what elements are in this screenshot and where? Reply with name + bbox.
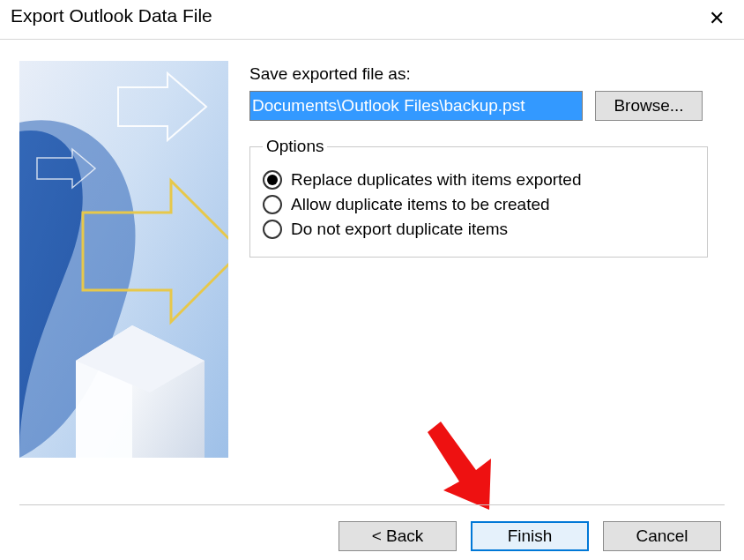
radio-icon xyxy=(263,170,282,190)
close-icon[interactable]: ✕ xyxy=(702,5,732,32)
file-path-row: Browse... xyxy=(249,91,725,121)
save-as-label: Save exported file as: xyxy=(249,64,725,84)
window-title: Export Outlook Data File xyxy=(11,5,212,26)
button-divider xyxy=(19,504,725,505)
option-allow-duplicates[interactable]: Allow duplicate items to be created xyxy=(263,195,695,214)
wizard-graphic xyxy=(19,61,228,458)
cancel-button[interactable]: Cancel xyxy=(603,521,721,551)
radio-icon xyxy=(263,195,282,214)
titlebar: Export Outlook Data File ✕ xyxy=(0,0,744,39)
radio-label: Allow duplicate items to be created xyxy=(291,195,550,214)
option-replace-duplicates[interactable]: Replace duplicates with items exported xyxy=(263,170,695,190)
radio-icon xyxy=(263,220,282,239)
finish-button[interactable]: Finish xyxy=(471,521,589,551)
button-bar: < Back Finish Cancel xyxy=(0,504,744,551)
radio-label: Replace duplicates with items exported xyxy=(291,170,582,190)
back-button[interactable]: < Back xyxy=(339,521,457,551)
button-row: < Back Finish Cancel xyxy=(19,521,725,551)
form-area: Save exported file as: Browse... Options… xyxy=(249,61,725,458)
dialog-body: Save exported file as: Browse... Options… xyxy=(0,40,744,458)
options-legend: Options xyxy=(263,137,327,156)
file-path-input[interactable] xyxy=(249,91,583,121)
option-no-duplicates[interactable]: Do not export duplicate items xyxy=(263,220,695,239)
browse-button[interactable]: Browse... xyxy=(595,91,703,121)
radio-label: Do not export duplicate items xyxy=(291,220,508,239)
options-group: Options Replace duplicates with items ex… xyxy=(249,137,708,258)
export-dialog: Export Outlook Data File ✕ xyxy=(0,0,744,560)
